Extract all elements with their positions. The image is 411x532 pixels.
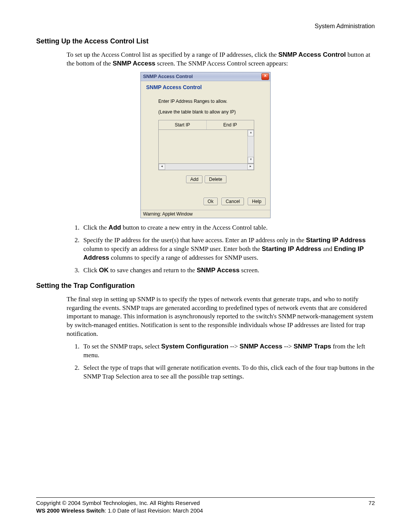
trap-paragraph: The final step in setting up SNMP is to …	[67, 295, 375, 339]
intro-paragraph: To set up the Access Control list as spe…	[67, 51, 375, 68]
revision: : 1.0 Date of last Revision: March 2004	[105, 507, 203, 514]
text: Click the	[83, 224, 108, 231]
bold-text: Starting IP Address	[262, 245, 322, 252]
table-actions: Add Delete	[158, 176, 254, 183]
copyright: Copyright © 2004 Symbol Technologies, In…	[36, 500, 200, 506]
dialog-footer-buttons: Ok Cancel Help	[142, 189, 269, 208]
heading-acl: Setting Up the Access Control List	[36, 37, 375, 45]
bold-text: SNMP Traps	[293, 343, 331, 350]
panel-title: SNMP Access Control	[142, 83, 269, 93]
delete-button[interactable]: Delete	[205, 176, 226, 183]
scroll-right-icon[interactable]: ▸	[247, 164, 254, 170]
footer-text: Copyright © 2004 Symbol Technologies, In…	[36, 499, 368, 515]
list-item: Specify the IP address for the user(s) t…	[81, 236, 375, 262]
text: screen. The SNMP Access Control screen a…	[155, 60, 288, 67]
dialog-inner: SNMP Access Control Enter IP Address Ran…	[141, 81, 270, 210]
close-icon[interactable]: ×	[261, 73, 269, 80]
dialog-body: Enter IP Address Ranges to allow. (Leave…	[142, 93, 269, 189]
section1-body: To set up the Access Control list as spe…	[67, 51, 375, 68]
trap-steps: To set the SNMP traps, select System Con…	[36, 342, 375, 381]
text: to save changes and return to the	[109, 267, 197, 274]
text: To set up the Access Control list as spe…	[67, 51, 278, 58]
dialog-figure: SNMP Access Control × SNMP Access Contro…	[36, 72, 375, 218]
bold-text: SNMP Access	[240, 343, 282, 350]
bold-text: SNMP Access	[197, 267, 239, 274]
bold-text: System Configuration	[161, 343, 229, 350]
bold-text: SNMP Access	[113, 60, 155, 67]
scroll-down-icon[interactable]: ▾	[248, 157, 254, 163]
text: columns to specify a range of addresses …	[109, 254, 258, 261]
page-footer: Copyright © 2004 Symbol Technologies, In…	[36, 497, 375, 515]
text: Click	[83, 267, 99, 274]
cancel-button[interactable]: Cancel	[221, 198, 244, 205]
text: column to specify an address for a singl…	[83, 245, 262, 252]
titlebar[interactable]: SNMP Access Control ×	[141, 72, 270, 81]
snmp-access-control-dialog: SNMP Access Control × SNMP Access Contro…	[140, 72, 271, 218]
help-button[interactable]: Help	[248, 198, 266, 205]
footer-divider	[36, 497, 375, 498]
table-body[interactable]: ▴ ▾	[158, 130, 254, 163]
text: -->	[228, 343, 239, 350]
header-section: System Administration	[36, 23, 375, 30]
text: To set the SNMP traps, select	[83, 343, 161, 350]
dialog-title: SNMP Access Control	[143, 74, 193, 79]
product-name: WS 2000 Wireless Switch	[36, 507, 105, 514]
ok-button[interactable]: Ok	[204, 198, 218, 205]
page: System Administration Setting Up the Acc…	[0, 0, 411, 532]
list-item: Select the type of traps that will gener…	[81, 364, 375, 381]
text: Specify the IP address for the user(s) t…	[83, 236, 306, 244]
vertical-scrollbar[interactable]: ▴ ▾	[247, 130, 254, 163]
bold-text: Starting IP Address	[306, 236, 366, 244]
col-end-ip[interactable]: End IP	[207, 120, 254, 129]
scroll-left-icon[interactable]: ◂	[159, 164, 165, 170]
bold-text: SNMP Access Control	[278, 51, 346, 58]
hint-text: Enter IP Address Ranges to allow.	[158, 99, 254, 104]
bold-text: Add	[108, 224, 121, 231]
text: and	[322, 245, 334, 252]
ip-table: Start IP End IP ▴ ▾ ◂ ▸	[158, 120, 254, 170]
hint-text: (Leave the table blank to allow any IP)	[158, 109, 254, 115]
list-item: Click OK to save changes and return to t…	[81, 266, 375, 275]
text: screen.	[239, 267, 259, 274]
scroll-up-icon[interactable]: ▴	[248, 130, 254, 136]
horizontal-scrollbar[interactable]: ◂ ▸	[158, 163, 254, 170]
col-start-ip[interactable]: Start IP	[159, 120, 207, 129]
list-item: Click the Add button to create a new ent…	[81, 224, 375, 232]
text: -->	[282, 343, 293, 350]
bold-text: OK	[99, 267, 109, 274]
table-header-row: Start IP End IP	[158, 120, 254, 130]
acl-steps: Click the Add button to create a new ent…	[36, 224, 375, 275]
list-item: To set the SNMP traps, select System Con…	[81, 342, 375, 360]
statusbar: Warning: Applet Window	[141, 210, 270, 218]
text: button to create a new entry in the Acce…	[121, 224, 268, 231]
page-number: 72	[368, 499, 375, 515]
add-button[interactable]: Add	[186, 176, 202, 183]
section2-body: The final step in setting up SNMP is to …	[67, 295, 375, 339]
heading-trap: Setting the Trap Configuration	[36, 282, 375, 290]
